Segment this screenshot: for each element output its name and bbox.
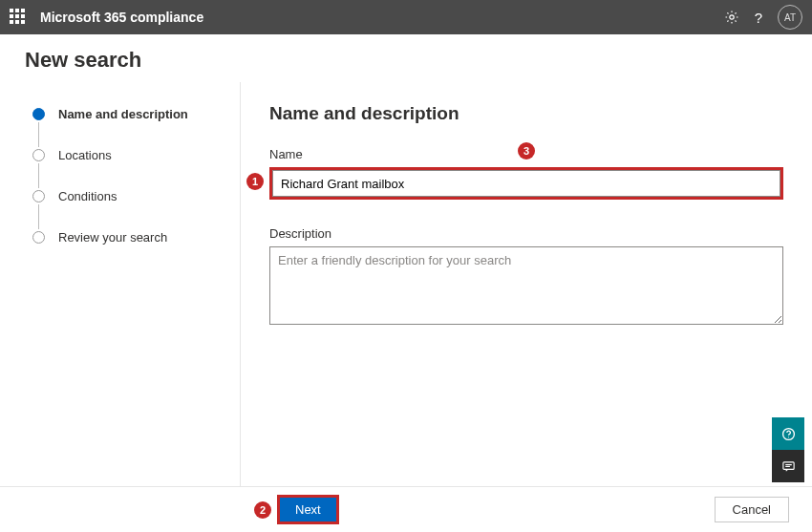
wizard-step-review[interactable]: Review your search	[32, 230, 240, 245]
description-textarea[interactable]	[269, 246, 783, 325]
step-label: Name and description	[58, 107, 188, 121]
step-label: Locations	[58, 148, 112, 162]
svg-point-2	[787, 436, 788, 437]
cancel-button[interactable]: Cancel	[715, 497, 789, 522]
wizard-step-name-description[interactable]: Name and description	[32, 107, 240, 148]
next-button-highlight: Next	[277, 495, 339, 524]
content-area: Name and description Locations Condition…	[0, 82, 812, 486]
help-icon[interactable]: ?	[745, 4, 772, 31]
name-input[interactable]	[272, 170, 780, 197]
app-header: Microsoft 365 compliance ? AT	[0, 0, 812, 34]
wizard-step-conditions[interactable]: Conditions	[32, 189, 240, 230]
help-float-icon[interactable]	[772, 417, 804, 450]
wizard-step-locations[interactable]: Locations	[32, 148, 240, 189]
page-title: New search	[0, 34, 812, 82]
feedback-float-icon[interactable]	[772, 450, 804, 482]
floating-actions	[772, 417, 804, 482]
step-dot-icon	[32, 231, 45, 244]
svg-point-0	[730, 15, 734, 19]
app-launcher-icon[interactable]	[10, 9, 27, 26]
callout-badge-1: 1	[246, 173, 264, 190]
step-dot-icon	[32, 108, 45, 120]
brand-title: Microsoft 365 compliance	[40, 10, 203, 25]
name-input-highlight	[269, 167, 783, 200]
step-dot-icon	[32, 190, 45, 202]
next-button[interactable]: Next	[280, 498, 336, 521]
section-title: Name and description	[269, 103, 783, 124]
svg-rect-3	[782, 461, 793, 469]
avatar[interactable]: AT	[778, 5, 802, 30]
callout-badge-2: 2	[254, 501, 271, 519]
callout-badge-3: 3	[518, 142, 535, 160]
form-panel: Name and description Name 1 3 Descriptio…	[241, 82, 812, 486]
step-dot-icon	[32, 149, 45, 161]
step-label: Review your search	[58, 230, 167, 245]
wizard-steps: Name and description Locations Condition…	[0, 82, 241, 486]
gear-icon[interactable]	[718, 4, 745, 31]
step-label: Conditions	[58, 189, 117, 203]
description-label: Description	[269, 226, 783, 241]
footer-bar: 2 Next Cancel	[0, 486, 812, 532]
